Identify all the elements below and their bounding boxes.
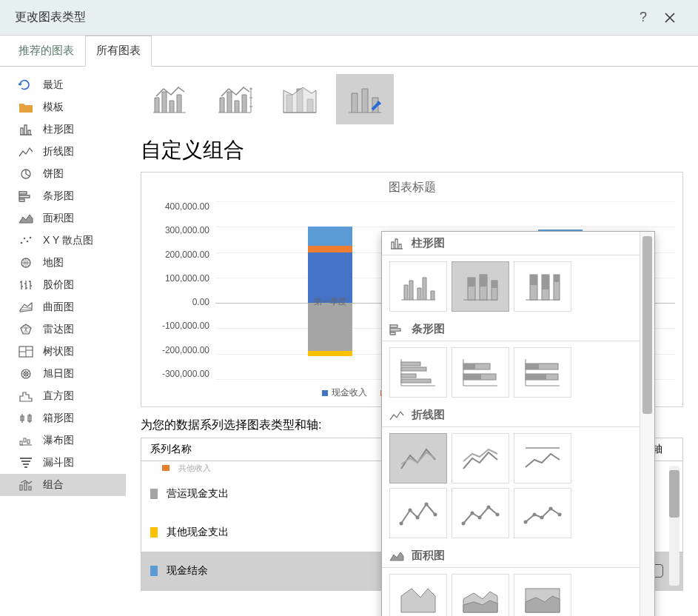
sidebar-item-treemap[interactable]: 树状图: [0, 341, 126, 363]
dropdown-scrollbar[interactable]: [640, 232, 654, 616]
col-series-name: 系列名称: [141, 438, 394, 461]
sidebar-label: X Y 散点图: [43, 234, 93, 247]
opt-stacked-line[interactable]: [452, 433, 509, 483]
tab-bar: 推荐的图表 所有图表: [0, 36, 698, 67]
svg-rect-24: [401, 362, 420, 366]
sidebar-item-histogram[interactable]: 直方图: [0, 385, 126, 407]
svg-rect-26: [401, 374, 416, 378]
opt-stacked-area[interactable]: [452, 574, 509, 616]
sidebar-item-line[interactable]: 折线图: [0, 141, 126, 163]
svg-point-50: [558, 513, 562, 517]
dp-group-area: 面积图: [382, 544, 640, 568]
svg-rect-23: [554, 275, 560, 282]
combo-subtype-2[interactable]: [206, 74, 264, 124]
svg-rect-31: [463, 374, 481, 380]
opt-100-stacked-line[interactable]: [514, 433, 571, 483]
folder-icon: [18, 101, 34, 114]
sidebar-item-pie[interactable]: 饼图: [0, 163, 126, 185]
line-chart-icon: [18, 145, 34, 158]
waterfall-icon: [18, 434, 34, 447]
sidebar-label: 柱形图: [43, 123, 74, 136]
chart-title: 图表标题: [149, 180, 675, 195]
combo-subtype-row: [141, 74, 683, 124]
opt-clustered-bar[interactable]: [389, 347, 447, 398]
opt-area[interactable]: [389, 574, 447, 616]
sidebar-item-area[interactable]: 面积图: [0, 207, 126, 230]
bar-group-q1: 第一季度: [308, 201, 352, 379]
sidebar-item-waterfall[interactable]: 瀑布图: [0, 429, 126, 452]
opt-stacked-bar[interactable]: [452, 347, 509, 398]
svg-rect-25: [401, 367, 426, 371]
chart-type-dropdown-panel: 柱形图 条形图 折线图: [381, 231, 655, 616]
opt-100-stacked-column[interactable]: [514, 261, 571, 312]
sidebar-label: 股价图: [43, 278, 74, 292]
sidebar-label: 组合: [43, 478, 64, 492]
opt-clustered-column[interactable]: [389, 261, 447, 312]
opt-line[interactable]: [389, 433, 447, 483]
treemap-icon: [18, 345, 34, 358]
sidebar-item-combo[interactable]: 组合: [0, 474, 126, 496]
radar-chart-icon: [18, 323, 34, 336]
sidebar-label: 树状图: [43, 345, 74, 358]
pie-chart-icon: [18, 167, 34, 181]
sidebar-label: 最近: [43, 78, 64, 92]
opt-stacked-column[interactable]: [452, 261, 509, 312]
svg-rect-29: [463, 364, 475, 369]
svg-point-2: [24, 238, 26, 240]
sidebar-item-radar[interactable]: 雷达图: [0, 318, 126, 341]
close-button[interactable]: [657, 4, 683, 31]
opt-stacked-line-markers[interactable]: [452, 488, 509, 538]
sidebar-item-bar[interactable]: 条形图: [0, 185, 126, 207]
sidebar-item-sunburst[interactable]: 旭日图: [0, 363, 126, 385]
sidebar-item-funnel[interactable]: 漏斗图: [0, 452, 126, 474]
sidebar-label: 雷达图: [43, 323, 74, 336]
tab-recommended[interactable]: 推荐的图表: [7, 36, 85, 66]
combo-chart-icon: [18, 478, 34, 492]
combo-subtype-3[interactable]: [271, 74, 329, 124]
sidebar-item-recent[interactable]: 最近: [0, 74, 126, 96]
combo-subtype-custom[interactable]: [336, 74, 394, 124]
opt-100-stacked-bar[interactable]: [514, 347, 571, 398]
svg-rect-17: [491, 281, 497, 288]
histogram-icon: [18, 389, 34, 403]
sunburst-icon: [18, 367, 34, 381]
sidebar-label: 面积图: [43, 212, 74, 225]
funnel-icon: [18, 456, 34, 469]
sidebar-label: 条形图: [43, 190, 74, 203]
sidebar-item-scatter[interactable]: X Y 散点图: [0, 230, 126, 252]
svg-point-44: [487, 506, 491, 509]
sidebar-label: 漏斗图: [43, 456, 74, 469]
svg-rect-19: [530, 275, 537, 285]
opt-100-stacked-area[interactable]: [514, 574, 571, 616]
area-chart-icon: [18, 212, 34, 225]
sidebar-item-map[interactable]: 地图: [0, 252, 126, 274]
svg-rect-35: [526, 374, 546, 380]
series-scrollbar[interactable]: [669, 466, 679, 586]
sidebar-label: 箱形图: [43, 412, 74, 425]
sidebar-label: 曲面图: [43, 301, 74, 314]
surface-chart-icon: [18, 301, 34, 314]
tab-all[interactable]: 所有图表: [85, 36, 152, 67]
svg-point-1: [21, 242, 23, 244]
svg-point-3: [27, 241, 29, 243]
svg-rect-11: [27, 440, 30, 443]
opt-line-markers[interactable]: [389, 488, 447, 538]
opt-100-stacked-line-markers[interactable]: [514, 488, 571, 538]
bar-chart-icon: [18, 190, 34, 203]
sidebar-item-boxplot[interactable]: 箱形图: [0, 407, 126, 429]
svg-rect-13: [468, 278, 475, 287]
svg-rect-15: [480, 275, 487, 287]
sidebar-item-templates[interactable]: 模板: [0, 96, 126, 118]
chart-y-axis: 400,000.00 300,000.00 200,000.00 100,000…: [149, 201, 215, 379]
svg-point-36: [400, 522, 403, 526]
combo-subtype-1[interactable]: [141, 74, 198, 124]
sidebar-item-column[interactable]: 柱形图: [0, 118, 126, 141]
dp-group-line: 折线图: [382, 404, 640, 427]
svg-point-37: [409, 509, 412, 512]
recent-icon: [18, 78, 34, 92]
sidebar-item-stock[interactable]: 股价图: [0, 274, 126, 296]
sidebar-item-surface[interactable]: 曲面图: [0, 296, 126, 318]
help-button[interactable]: ?: [630, 4, 657, 31]
svg-point-41: [462, 522, 466, 526]
titlebar: 更改图表类型 ?: [0, 0, 698, 36]
